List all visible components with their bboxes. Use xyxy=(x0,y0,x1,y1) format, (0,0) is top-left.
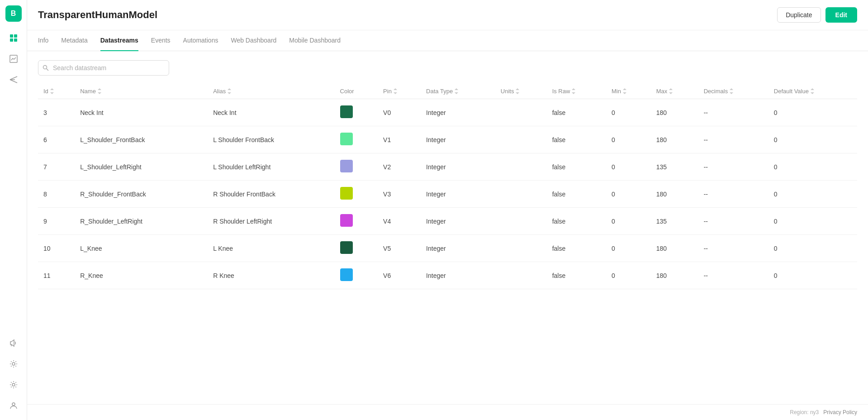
cell-id: 6 xyxy=(38,126,75,153)
tab-mobile-dashboard[interactable]: Mobile Dashboard xyxy=(289,30,341,51)
cell-min: 0 xyxy=(606,126,651,153)
cell-decimals: -- xyxy=(698,235,768,262)
cell-max: 180 xyxy=(651,126,698,153)
cell-id: 7 xyxy=(38,153,75,181)
color-swatch[interactable] xyxy=(340,133,353,145)
table-row[interactable]: 3 Neck Int Neck Int V0 Integer false 0 1… xyxy=(38,99,857,126)
sort-name-icon xyxy=(98,87,101,95)
color-swatch[interactable] xyxy=(340,160,353,172)
table-row[interactable]: 7 L_Shoulder_LeftRight L Shoulder LeftRi… xyxy=(38,153,857,181)
cell-is-raw: false xyxy=(547,126,606,153)
tab-datastreams[interactable]: Datastreams xyxy=(100,30,138,51)
cell-decimals: -- xyxy=(698,99,768,126)
table-row[interactable]: 8 R_Shoulder_FrontBack R Shoulder FrontB… xyxy=(38,181,857,208)
cell-alias: R Shoulder LeftRight xyxy=(208,208,334,235)
cell-units xyxy=(495,235,547,262)
color-swatch[interactable] xyxy=(340,214,353,227)
search-input[interactable] xyxy=(38,60,169,76)
cell-alias: L Shoulder LeftRight xyxy=(208,153,334,181)
col-header-alias[interactable]: Alias xyxy=(208,84,334,99)
color-swatch[interactable] xyxy=(340,268,353,281)
sidebar-item-user[interactable] xyxy=(5,396,23,415)
cell-decimals: -- xyxy=(698,153,768,181)
table-row[interactable]: 11 R_Knee R Knee V6 Integer false 0 180 … xyxy=(38,262,857,289)
col-header-pin[interactable]: Pin xyxy=(378,84,421,99)
cell-color xyxy=(335,153,378,181)
sidebar-item-send[interactable] xyxy=(5,71,23,89)
color-swatch[interactable] xyxy=(340,241,353,254)
col-header-min[interactable]: Min xyxy=(606,84,651,99)
svg-rect-3 xyxy=(14,38,17,42)
main-content: TransparentHumanModel Duplicate Edit Inf… xyxy=(27,0,868,420)
col-header-data-type[interactable]: Data Type xyxy=(421,84,495,99)
cell-decimals: -- xyxy=(698,126,768,153)
search-bar xyxy=(38,60,169,76)
sidebar-item-megaphone[interactable] xyxy=(5,334,23,352)
sort-pin-icon xyxy=(394,87,397,95)
cell-data-type: Integer xyxy=(421,262,495,289)
edit-button[interactable]: Edit xyxy=(825,7,857,23)
svg-line-13 xyxy=(47,69,49,71)
cell-default-value: 0 xyxy=(768,208,857,235)
sidebar-item-settings[interactable] xyxy=(5,376,23,394)
duplicate-button[interactable]: Duplicate xyxy=(777,7,821,23)
color-swatch[interactable] xyxy=(340,187,353,200)
region-label: Region: ny3 xyxy=(790,409,819,415)
sort-id-icon xyxy=(50,87,54,95)
col-header-id[interactable]: Id xyxy=(38,84,75,99)
tabs-bar: Info Metadata Datastreams Events Automat… xyxy=(27,30,868,51)
cell-default-value: 0 xyxy=(768,153,857,181)
cell-data-type: Integer xyxy=(421,181,495,208)
tab-info[interactable]: Info xyxy=(38,30,48,51)
sort-min-icon xyxy=(623,87,626,95)
cell-color xyxy=(335,181,378,208)
cell-min: 0 xyxy=(606,262,651,289)
col-header-name[interactable]: Name xyxy=(75,84,208,99)
cell-pin: V4 xyxy=(378,208,421,235)
cell-data-type: Integer xyxy=(421,153,495,181)
privacy-policy-link[interactable]: Privacy Policy xyxy=(823,409,857,415)
col-header-decimals[interactable]: Decimals xyxy=(698,84,768,99)
table-row[interactable]: 6 L_Shoulder_FrontBack L Shoulder FrontB… xyxy=(38,126,857,153)
sort-max-icon xyxy=(669,87,673,95)
sidebar-item-grid[interactable] xyxy=(5,29,23,47)
sort-datatype-icon xyxy=(455,87,458,95)
cell-max: 135 xyxy=(651,153,698,181)
col-header-default-value[interactable]: Default Value xyxy=(768,84,857,99)
cell-is-raw: false xyxy=(547,181,606,208)
avatar[interactable]: B xyxy=(5,5,22,22)
sidebar-item-settings-org[interactable] xyxy=(5,355,23,373)
cell-color xyxy=(335,262,378,289)
header-actions: Duplicate Edit xyxy=(777,7,857,23)
col-header-color[interactable]: Color xyxy=(335,84,378,99)
cell-max: 135 xyxy=(651,208,698,235)
content-area: Id Name xyxy=(27,51,868,404)
cell-max: 180 xyxy=(651,262,698,289)
col-header-is-raw[interactable]: Is Raw xyxy=(547,84,606,99)
table-row[interactable]: 9 R_Shoulder_LeftRight R Shoulder LeftRi… xyxy=(38,208,857,235)
cell-alias: R Shoulder FrontBack xyxy=(208,181,334,208)
tab-web-dashboard[interactable]: Web Dashboard xyxy=(231,30,276,51)
tab-metadata[interactable]: Metadata xyxy=(61,30,87,51)
cell-max: 180 xyxy=(651,99,698,126)
table-row[interactable]: 10 L_Knee L Knee V5 Integer false 0 180 … xyxy=(38,235,857,262)
tab-automations[interactable]: Automations xyxy=(183,30,218,51)
cell-name: L_Shoulder_LeftRight xyxy=(75,153,208,181)
cell-default-value: 0 xyxy=(768,99,857,126)
sort-israw-icon xyxy=(572,87,575,95)
col-header-units[interactable]: Units xyxy=(495,84,547,99)
cell-color xyxy=(335,126,378,153)
cell-units xyxy=(495,126,547,153)
tab-events[interactable]: Events xyxy=(151,30,171,51)
cell-color xyxy=(335,99,378,126)
col-header-max[interactable]: Max xyxy=(651,84,698,99)
cell-pin: V1 xyxy=(378,126,421,153)
sidebar-item-chart[interactable] xyxy=(5,50,23,68)
cell-default-value: 0 xyxy=(768,126,857,153)
cell-name: Neck Int xyxy=(75,99,208,126)
cell-decimals: -- xyxy=(698,208,768,235)
sort-alias-icon xyxy=(228,87,231,95)
color-swatch[interactable] xyxy=(340,105,353,118)
cell-max: 180 xyxy=(651,235,698,262)
svg-line-5 xyxy=(10,76,17,80)
